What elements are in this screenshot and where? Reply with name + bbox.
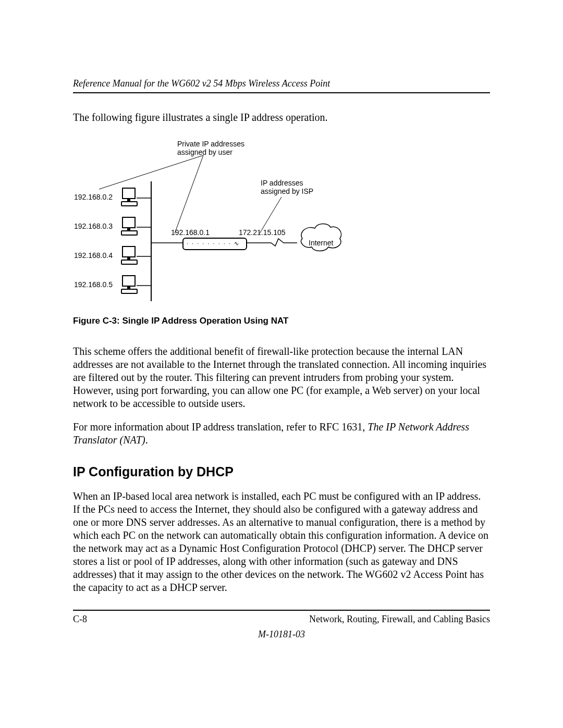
- router-icon: · · · · · · · · · ∿: [182, 238, 247, 250]
- document-number: M-10181-03: [73, 629, 490, 640]
- pc-ip-label: 192.168.0.2: [74, 193, 113, 201]
- pc-icon: [121, 217, 137, 237]
- figure-caption: Figure C-3: Single IP Address Operation …: [73, 316, 490, 326]
- page-content: Reference Manual for the WG602 v2 54 Mbp…: [0, 0, 563, 640]
- svg-line-7: [175, 155, 203, 233]
- diagram-lines: [73, 134, 349, 306]
- pc-icon: [121, 275, 137, 295]
- isp-ip-callout-l1: IP addresses: [261, 179, 303, 187]
- internet-label: Internet: [309, 239, 333, 247]
- footer-section-title: Network, Routing, Firewall, and Cabling …: [309, 614, 490, 625]
- firewall-paragraph: This scheme offers the additional benefi…: [73, 345, 490, 410]
- section-heading-dhcp: IP Configuration by DHCP: [73, 464, 490, 479]
- router-wan-ip: 172.21.15.105: [239, 228, 286, 237]
- rfc-paragraph: For more information about IP address tr…: [73, 421, 490, 447]
- isp-ip-callout: IP addresses assigned by ISP: [261, 179, 313, 195]
- pc-ip-label: 192.168.0.5: [74, 280, 113, 289]
- router-lan-ip: 192.168.0.1: [171, 228, 210, 237]
- footer-row: C-8 Network, Routing, Firewall, and Cabl…: [73, 614, 490, 625]
- pc-ip-label: 192.168.0.3: [74, 222, 113, 230]
- dhcp-paragraph: When an IP-based local area network is i…: [73, 490, 490, 594]
- footer-rule: [73, 610, 490, 611]
- running-header: Reference Manual for the WG602 v2 54 Mbp…: [73, 78, 490, 89]
- nat-diagram: Private IP addresses assigned by user IP…: [73, 134, 349, 306]
- rfc-tail: .: [145, 434, 148, 446]
- header-rule: [73, 92, 490, 93]
- private-ip-callout-l1: Private IP addresses: [177, 140, 244, 148]
- private-ip-callout: Private IP addresses assigned by user: [177, 140, 244, 156]
- rfc-lead: For more information about IP address tr…: [73, 421, 368, 433]
- pc-ip-label: 192.168.0.4: [74, 251, 113, 260]
- pc-icon: [121, 246, 137, 266]
- intro-paragraph: The following figure illustrates a singl…: [73, 111, 490, 124]
- private-ip-callout-l2: assigned by user: [177, 148, 232, 156]
- isp-ip-callout-l2: assigned by ISP: [261, 187, 313, 195]
- page-number: C-8: [73, 614, 87, 625]
- pc-icon: [121, 188, 137, 207]
